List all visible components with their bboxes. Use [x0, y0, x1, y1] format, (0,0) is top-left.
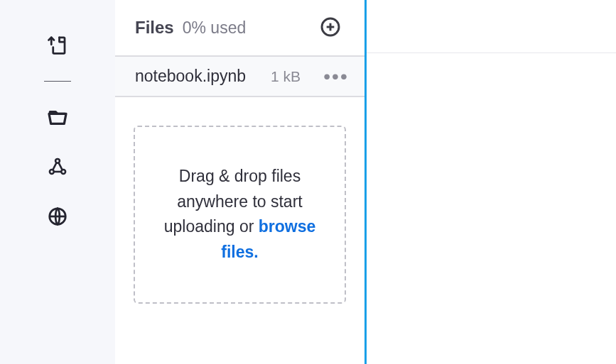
file-row[interactable]: notebook.ipynb 1 kB ••• — [115, 57, 364, 97]
share-icon[interactable] — [43, 153, 72, 181]
left-sidebar — [0, 0, 115, 364]
folder-icon[interactable] — [43, 103, 72, 131]
right-pane — [367, 53, 616, 364]
sidebar-divider — [44, 81, 71, 82]
file-more-button[interactable]: ••• — [322, 72, 350, 81]
globe-icon[interactable] — [43, 202, 72, 231]
upload-dropzone[interactable]: Drag & drop files anywhere to start uplo… — [134, 126, 346, 304]
upload-file-icon[interactable] — [43, 31, 72, 60]
panel-title: Files — [135, 18, 174, 38]
file-size: 1 kB — [271, 68, 301, 85]
panel-header-left: Files 0% used — [135, 18, 246, 38]
files-panel: Files 0% used notebook.ipynb 1 kB ••• Dr… — [115, 0, 367, 364]
add-file-button[interactable] — [319, 16, 343, 40]
plus-circle-icon — [319, 16, 342, 38]
file-name: notebook.ipynb — [135, 67, 271, 86]
panel-header: Files 0% used — [115, 0, 364, 57]
dropzone-wrapper: Drag & drop files anywhere to start uplo… — [115, 97, 364, 304]
storage-usage: 0% used — [183, 18, 247, 38]
app-root: Files 0% used notebook.ipynb 1 kB ••• Dr… — [0, 0, 616, 364]
